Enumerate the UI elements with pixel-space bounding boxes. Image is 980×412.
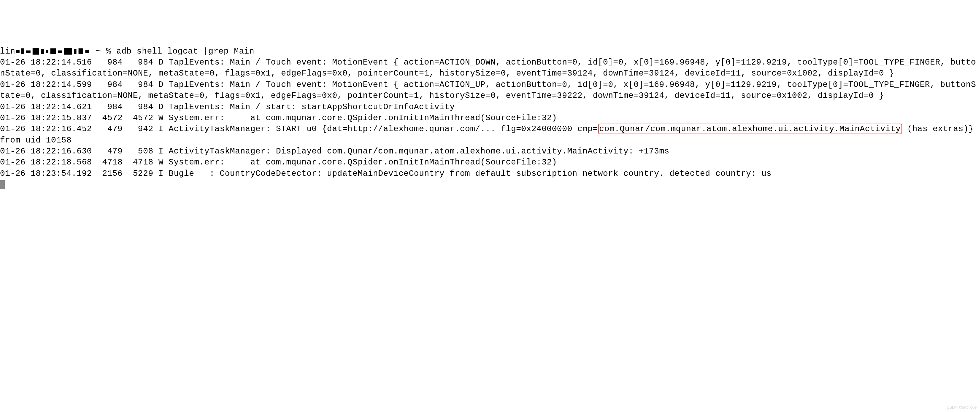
svg-rect-6 xyxy=(50,48,56,54)
svg-rect-0 xyxy=(16,50,19,53)
command-text: adb shell logcat |grep Main xyxy=(116,47,254,56)
command-line: lin ~ % adb shell logcat |grep Main xyxy=(0,46,980,57)
svg-rect-11 xyxy=(85,50,89,53)
log-line: 01-26 18:22:16.630 479 508 I ActivityTas… xyxy=(0,146,980,157)
log-line: 01-26 18:22:15.837 4572 4572 W System.er… xyxy=(0,113,980,124)
svg-rect-8 xyxy=(64,48,72,54)
prompt-suffix: ~ % xyxy=(91,47,116,56)
log-line: 01-26 18:22:18.568 4718 4718 W System.er… xyxy=(0,157,980,168)
svg-rect-1 xyxy=(21,48,24,54)
svg-rect-4 xyxy=(41,49,44,54)
log-line: 01-26 18:22:14.621 984 984 D TaplEvents:… xyxy=(0,102,980,113)
svg-rect-9 xyxy=(74,49,76,54)
highlighted-component-name: com.Qunar/com.mqunar.atom.alexhome.ui.ac… xyxy=(598,124,902,134)
svg-rect-5 xyxy=(46,50,48,53)
terminal-cursor-icon xyxy=(0,180,5,189)
log-line: 01-26 18:22:14.516 984 984 D TaplEvents:… xyxy=(0,57,980,79)
log-line-highlighted: 01-26 18:22:16.452 479 942 I ActivityTas… xyxy=(0,124,980,146)
prompt-prefix: lin xyxy=(0,47,16,56)
terminal-output[interactable]: lin ~ % adb shell logcat |grep Main01-26… xyxy=(0,46,980,190)
svg-rect-2 xyxy=(26,51,30,53)
log-text-pre: 01-26 18:22:16.452 479 942 I ActivityTas… xyxy=(0,124,598,134)
svg-rect-7 xyxy=(58,51,62,53)
redacted-hostname-icon xyxy=(16,47,91,55)
svg-rect-3 xyxy=(33,48,39,54)
svg-rect-10 xyxy=(78,48,83,54)
log-line: 01-26 18:23:54.192 2156 5229 I Bugle : C… xyxy=(0,168,980,179)
log-line: 01-26 18:22:14.599 984 984 D TaplEvents:… xyxy=(0,79,980,102)
